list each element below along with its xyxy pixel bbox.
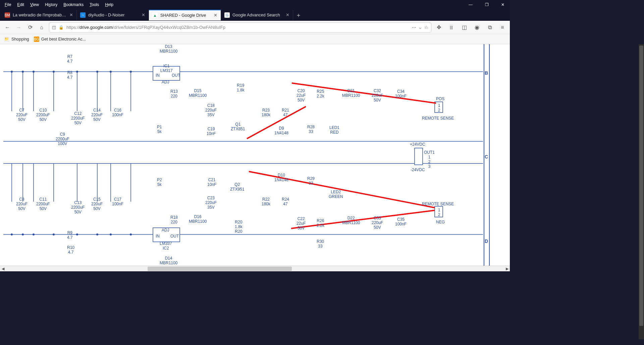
tab-close-icon[interactable]: ✕: [69, 12, 73, 17]
component-label-c8: C8 220uF 50V: [16, 197, 28, 211]
component-label-d16: D16 MBR1100: [189, 214, 207, 224]
forward-button[interactable]: →: [15, 23, 23, 31]
ic1-pin-in: IN: [156, 73, 160, 78]
reload-button[interactable]: ⟳: [26, 23, 34, 31]
tab-label: diyAudio - D-Noiser: [88, 13, 139, 17]
page-actions-ellipsis-icon[interactable]: ⋯: [412, 25, 416, 30]
extension-icon[interactable]: ⧉: [486, 23, 494, 31]
url-host: drive.google.com: [79, 25, 113, 30]
tab-close-icon[interactable]: ✕: [214, 13, 217, 18]
scroll-thumb[interactable]: [148, 267, 292, 271]
bookmark-item[interactable]: BGGet best Electronic Ac...: [34, 37, 86, 42]
component-label-d10: D10 1N4148: [274, 173, 288, 182]
url-bar[interactable]: ◫ 🔒 https://drive.google.com/drive/folde…: [49, 22, 431, 32]
bookmark-favicon-icon: BG: [34, 37, 39, 42]
component-label-r25: R25 2.2k: [317, 89, 324, 98]
svg-point-32: [96, 71, 98, 73]
component-label-c32: C32 220uF 50V: [372, 88, 383, 102]
menu-edit[interactable]: Edit: [14, 1, 27, 8]
component-label-led2: LED2 GREEN: [329, 190, 343, 199]
svg-point-29: [33, 71, 35, 73]
component-label-r10: R10 4.7: [67, 245, 74, 255]
component-label-out1: OUT1 1 2 3: [424, 150, 435, 169]
component-label-d14: D14 MBR1100: [160, 256, 177, 265]
svg-point-30: [53, 71, 55, 73]
lock-icon[interactable]: 🔒: [59, 25, 64, 30]
browser-tab[interactable]: ▲SHARED - Google Drive✕: [149, 10, 221, 20]
nav-toolbar: ← → ⟳ ⌂ ◫ 🔒 https://drive.google.com/dri…: [0, 21, 510, 34]
reader-mode-icon[interactable]: ⌵: [419, 25, 422, 30]
component-label-c10: C10 2200uF 50V: [36, 108, 50, 122]
component-label-c7: C7 220uF 50V: [16, 108, 28, 122]
menu-history[interactable]: History: [42, 1, 60, 8]
tab-close-icon[interactable]: ✕: [286, 12, 289, 17]
bookmark-label: Get best Electronic Ac...: [41, 37, 86, 42]
menu-tools[interactable]: Tools: [87, 1, 102, 8]
pocket-icon[interactable]: ✥: [435, 23, 443, 31]
component-label-p1: P1 5k: [157, 125, 162, 134]
component-label-remsense1: REMOTE SENSE: [422, 116, 454, 121]
url-path: /drive/folders/1FRqPXayQ44vxWcq0ZBm1b-Ow…: [113, 25, 225, 30]
bookmark-item[interactable]: 📁Shopping: [4, 37, 29, 42]
svg-point-31: [76, 71, 78, 73]
component-label-r28: R28 33: [307, 125, 315, 134]
component-label-c23: C23 220uF 35V: [205, 196, 217, 210]
menu-view[interactable]: View: [28, 1, 42, 8]
home-button[interactable]: ⌂: [38, 23, 46, 31]
page-content[interactable]: BCD: [0, 44, 510, 266]
schematic-diagram: BCD: [0, 44, 510, 266]
tab-favicon-icon: G: [224, 12, 230, 18]
component-label-c9: C9 2200uF 100V: [56, 132, 69, 146]
component-label-d21: D21 MBR1100: [342, 88, 360, 98]
scroll-left-arrow-icon[interactable]: ◀: [0, 266, 6, 271]
sidebar-icon[interactable]: ◫: [460, 23, 468, 31]
scroll-right-arrow-icon[interactable]: ▶: [504, 266, 510, 271]
svg-point-38: [53, 233, 55, 235]
menu-help[interactable]: Help: [102, 1, 116, 8]
tab-label: SHARED - Google Drive: [160, 13, 211, 18]
component-label-c21: C21 10nF: [207, 178, 216, 187]
component-label-ic1: IC1 LM317: [160, 64, 173, 73]
svg-rect-24: [415, 148, 423, 165]
menu-bookmarks[interactable]: Bookmarks: [61, 1, 86, 8]
browser-tab[interactable]: BMLa webradio de l'improbable e✕: [1, 10, 77, 20]
account-icon[interactable]: ◉: [473, 23, 481, 31]
tracking-shield-icon[interactable]: ◫: [52, 25, 56, 30]
ic2-pin-adj: ADJ: [162, 228, 169, 232]
library-icon[interactable]: ⫼: [447, 23, 455, 31]
browser-tab[interactable]: GGoogle Advanced Search✕: [221, 10, 293, 20]
component-label-neg: NEG: [436, 220, 445, 224]
window-maximize-button[interactable]: ❐: [482, 2, 492, 7]
component-label-c14: C14 220uF 50V: [91, 108, 103, 122]
component-label-r19: R19 1.8k: [237, 83, 245, 92]
horizontal-scrollbar[interactable]: ◀ ▶: [0, 266, 510, 271]
tab-favicon-icon: BM: [5, 12, 10, 18]
component-label-q2: Q2 ZTX951: [230, 182, 245, 192]
window-minimize-button[interactable]: —: [466, 2, 476, 7]
ic2-pin-in: IN: [156, 234, 160, 238]
component-label-c35: C35 100nF: [395, 217, 407, 226]
component-label-c12: C12 2200uF 50V: [71, 111, 85, 125]
svg-point-41: [110, 233, 112, 235]
tab-close-icon[interactable]: ✕: [142, 12, 145, 17]
back-button[interactable]: ←: [3, 23, 11, 31]
component-label-c20: C20 22uF 50V: [297, 88, 306, 102]
svg-line-46: [291, 210, 435, 228]
menu-file[interactable]: File: [2, 1, 14, 8]
component-label-r20: R20 1.8k R20: [235, 220, 243, 234]
app-menu-icon[interactable]: ≡: [498, 23, 506, 31]
ic2-pin-out: OUT: [170, 234, 179, 238]
component-label-c17: C17 100nF: [112, 197, 123, 206]
new-tab-button[interactable]: ＋: [293, 11, 304, 19]
browser-tab[interactable]: ~diyAudio - D-Noiser✕: [77, 10, 149, 20]
component-label-r21: R21 47: [282, 108, 289, 117]
component-label-r23: R23 180k: [262, 108, 270, 117]
svg-point-37: [33, 233, 35, 235]
tab-favicon-icon: ~: [80, 12, 86, 18]
schematic-svg: [0, 44, 490, 265]
component-label-c22: C22 22uF 50V: [297, 216, 306, 230]
bookmark-star-icon[interactable]: ☆: [424, 25, 428, 30]
bookmarks-bar: 📁ShoppingBGGet best Electronic Ac...: [0, 34, 510, 44]
window-close-button[interactable]: ✕: [498, 2, 508, 7]
component-label-c34: C34 100nF: [395, 89, 407, 98]
